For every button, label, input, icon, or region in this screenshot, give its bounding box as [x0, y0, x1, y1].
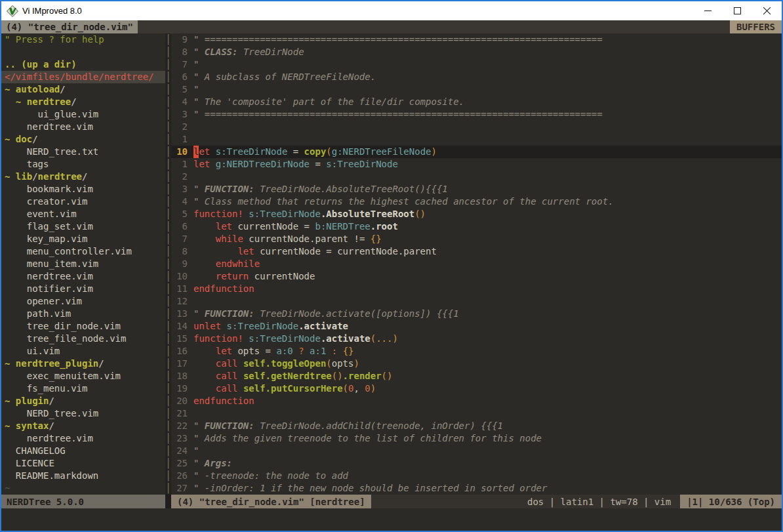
code-line[interactable]: 21 — [171, 407, 782, 420]
code-line[interactable]: 5" — [171, 83, 782, 96]
code-line[interactable]: 14unlet s:TreeDirNode.activate — [171, 320, 782, 333]
tree-item-dir[interactable]: ~ plugin/ — [5, 395, 165, 407]
code-line-current[interactable]: 10let s:TreeDirNode = copy(g:NERDTreeFil… — [171, 146, 782, 158]
close-button[interactable] — [752, 1, 782, 20]
code-segment: 0 — [348, 382, 353, 395]
code-line[interactable]: 3" =====================================… — [171, 108, 782, 121]
code-line[interactable]: 16 let opts = a:0 ? a:1 : {} — [171, 345, 782, 358]
tree-item-dir[interactable]: ~ doc/ — [5, 133, 165, 146]
line-number: 5 — [171, 83, 193, 96]
tree-item-file[interactable]: nerdtree.vim — [5, 432, 165, 445]
code-segment: fs_menu.vim — [5, 383, 87, 394]
vim-icon[interactable] — [7, 5, 18, 17]
tree-item-root[interactable]: </vimfiles/bundle/nerdtree/ — [1, 71, 165, 83]
code-line[interactable]: 15function! s:TreeDirNode.activate(...) — [171, 333, 782, 345]
tree-item-up[interactable]: .. (up a dir) — [5, 58, 165, 71]
tree-item-dir[interactable]: ~ syntax/ — [5, 420, 165, 432]
code-segment: () — [414, 208, 426, 220]
code-segment: , — [353, 382, 365, 395]
code-line[interactable]: 27" -inOrder: 1 if the new node should b… — [171, 482, 782, 495]
tree-item-file[interactable]: NERD_tree.vim — [5, 407, 165, 420]
editor-panel[interactable]: 9" =====================================… — [171, 33, 782, 495]
window-separator[interactable]: │ │ │ │ │ │ │ │ │ │ │ │ │ │ │ │ │ │ │ │ … — [165, 33, 171, 495]
code-segment: " The 'composite' part of the file/dir c… — [193, 96, 464, 108]
code-line[interactable]: 10 return currentNode — [171, 270, 782, 283]
code-segment: FUNCTION: — [205, 420, 260, 432]
cursor: l — [193, 146, 199, 158]
code-line[interactable]: 23" Adds the given treenode to the list … — [171, 432, 782, 445]
code-line[interactable]: 22" FUNCTION: TreeDirNode.addChild(treen… — [171, 420, 782, 432]
code-line[interactable]: 17 call self.toggleOpen(opts) — [171, 358, 782, 370]
tree-item-file[interactable]: flag_set.vim — [5, 220, 165, 233]
tree-item-dir[interactable]: ~ autoload/ — [5, 83, 165, 96]
tree-item-file[interactable]: tree_dir_node.vim — [5, 320, 165, 333]
tree-item-file[interactable]: NERD_tree.txt — [5, 146, 165, 158]
tree-item-file[interactable]: tree_file_node.vim — [5, 333, 165, 345]
code-segment: () — [382, 370, 393, 382]
code-line[interactable]: 11endfunction — [171, 283, 782, 295]
tree-item-file[interactable]: event.vim — [5, 208, 165, 220]
tree-item-file[interactable]: bookmark.vim — [5, 183, 165, 195]
maximize-button[interactable] — [723, 1, 752, 20]
tab-tree-dir-node[interactable]: (4) "tree_dir_node.vim" — [1, 20, 138, 33]
line-number: 18 — [171, 370, 193, 382]
tree-item-file[interactable]: nerdtree.vim — [5, 270, 165, 283]
code-line[interactable]: 2 — [171, 171, 782, 183]
code-line[interactable]: 4" The 'composite' part of the file/dir … — [171, 96, 782, 108]
code-line[interactable]: 9" =====================================… — [171, 33, 782, 46]
code-line[interactable]: 25" Args: — [171, 457, 782, 470]
code-line[interactable]: 20endfunction — [171, 395, 782, 407]
tree-item-file[interactable]: README.markdown — [5, 470, 165, 482]
tree-item-file[interactable]: notifier.vim — [5, 283, 165, 295]
code-line[interactable]: 19 call self.putCursorHere(0, 0) — [171, 382, 782, 395]
minimize-button[interactable] — [693, 1, 723, 20]
code-line[interactable]: 12 — [171, 295, 782, 308]
code-line[interactable]: 6" A subclass of NERDTreeFileNode. — [171, 71, 782, 83]
code-line[interactable]: 8 let currentNode = currentNode.parent — [171, 245, 782, 258]
tree-item-file[interactable]: ui.vim — [5, 345, 165, 358]
code-line[interactable]: 26" -treenode: the node to add — [171, 470, 782, 482]
code-line[interactable]: 13" FUNCTION: TreeDirNode.activate([opti… — [171, 308, 782, 320]
tree-item-file[interactable]: menu_controller.vim — [5, 245, 165, 258]
code-line[interactable]: 4" Class method that returns the highest… — [171, 195, 782, 208]
code-line[interactable]: 2 — [171, 121, 782, 133]
tree-item-file[interactable]: opener.vim — [5, 295, 165, 308]
code-line[interactable]: 24" — [171, 445, 782, 457]
code-line[interactable]: 6 let currentNode = b:NERDTree.root — [171, 220, 782, 233]
tree-item-dir[interactable]: ~ nerdtree_plugin/ — [5, 358, 165, 370]
tree-item-dir[interactable]: ~ nerdtree/ — [5, 96, 165, 108]
tree-item-file[interactable]: ui_glue.vim — [5, 108, 165, 121]
code-line[interactable]: 9 endwhile — [171, 258, 782, 270]
code-line[interactable]: 3" FUNCTION: TreeDirNode.AbsoluteTreeRoo… — [171, 183, 782, 195]
tree-item-file[interactable]: menu_item.vim — [5, 258, 165, 270]
command-line[interactable] — [1, 508, 782, 531]
code-segment: .activate — [298, 320, 348, 333]
editor-statusline: (4) "tree_dir_node.vim" [nerdtree] — [171, 495, 371, 508]
code-line[interactable]: 7" — [171, 58, 782, 71]
code-segment: " — [193, 83, 199, 96]
tree-item-file[interactable]: LICENCE — [5, 457, 165, 470]
tree-item-file[interactable]: exec_menuitem.vim — [5, 370, 165, 382]
tree-item-file[interactable]: tags — [5, 158, 165, 171]
code-line[interactable]: 7 while currentNode.parent != {} — [171, 233, 782, 245]
code-line[interactable]: 8" CLASS: TreeDirNode — [171, 46, 782, 58]
code-segment — [237, 382, 243, 395]
tree-item-dir[interactable]: ~ lib/nerdtree/ — [5, 171, 165, 183]
line-number: 2 — [171, 121, 193, 133]
tree-item-file[interactable]: path.vim — [5, 308, 165, 320]
code-line[interactable]: 1 — [171, 133, 782, 146]
tree-item-file[interactable]: key_map.vim — [5, 233, 165, 245]
line-number: 3 — [171, 183, 193, 195]
code-line[interactable]: 1let g:NERDTreeDirNode = s:TreeDirNode — [171, 158, 782, 171]
tree-item-file[interactable]: fs_menu.vim — [5, 382, 165, 395]
tree-item-file[interactable]: CHANGELOG — [5, 445, 165, 457]
code-line[interactable]: 5function! s:TreeDirNode.AbsoluteTreeRoo… — [171, 208, 782, 220]
tree-item-file[interactable]: nerdtree.vim — [5, 121, 165, 133]
tree-item-blank — [5, 46, 165, 58]
code-segment: function! — [193, 208, 243, 220]
tree-item-file[interactable]: creator.vim — [5, 195, 165, 208]
line-number: 10 — [171, 270, 193, 283]
code-segment: b:NERDTree — [315, 220, 370, 233]
code-segment: ) — [371, 382, 376, 395]
code-line[interactable]: 18 call self.getNerdtree().render() — [171, 370, 782, 382]
